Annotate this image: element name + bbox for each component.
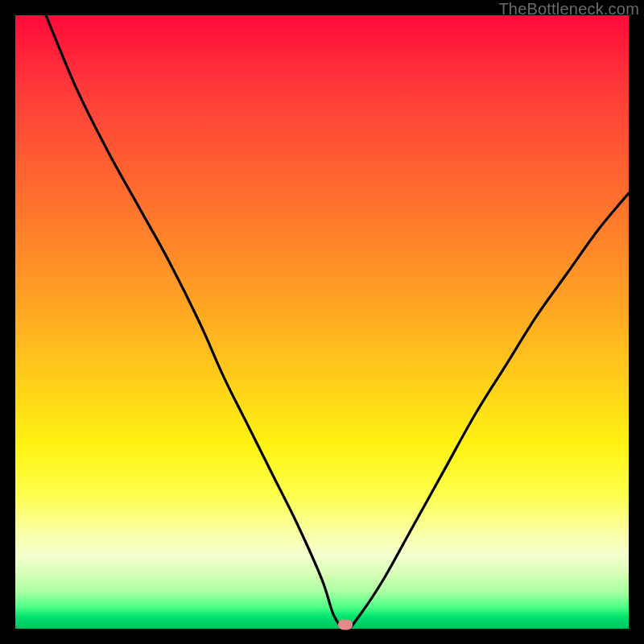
curve-layer bbox=[15, 15, 629, 629]
bottleneck-curve bbox=[46, 15, 629, 629]
chart-frame: TheBottleneck.com bbox=[0, 0, 644, 644]
watermark-text: TheBottleneck.com bbox=[498, 0, 639, 19]
optimal-point-marker bbox=[338, 619, 353, 630]
